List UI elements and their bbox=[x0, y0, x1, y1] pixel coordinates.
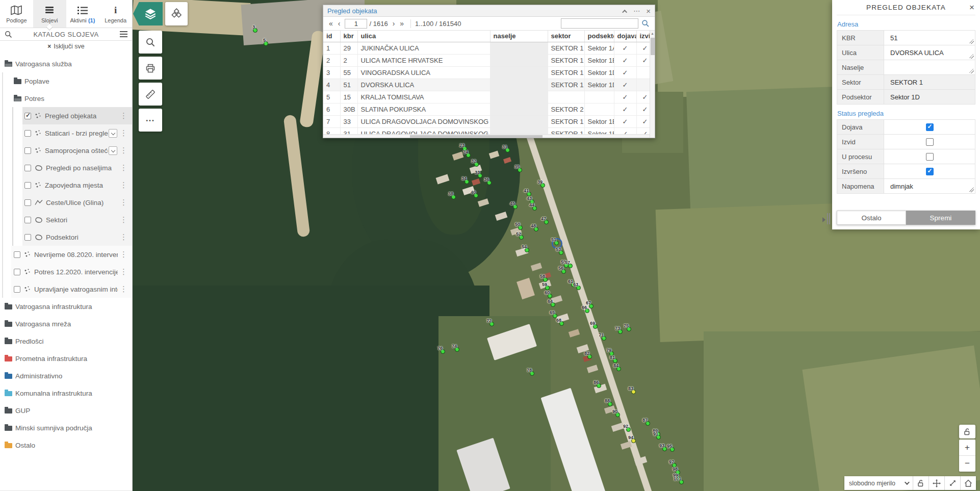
map-marker-31[interactable]: 31 bbox=[505, 148, 510, 152]
layer-item-administrativno[interactable]: Administrativno bbox=[0, 367, 132, 384]
layer-item-poplave[interactable]: Poplave bbox=[0, 72, 132, 90]
map-marker-40[interactable]: 40 bbox=[474, 193, 478, 198]
kebab-menu-icon[interactable]: ⋮ bbox=[118, 180, 127, 190]
layer-checkbox[interactable] bbox=[24, 147, 31, 154]
scroll-up-icon[interactable]: ▲ bbox=[650, 31, 655, 35]
layer-item-vatrogasna-infrastruktura[interactable]: Vatrogasna infrastruktura bbox=[0, 298, 132, 315]
scale-select[interactable]: slobodno mjerilo bbox=[844, 476, 913, 490]
tab-slojevi[interactable]: Slojevi bbox=[33, 0, 66, 28]
detail-panel-collapse-handle[interactable] bbox=[822, 213, 831, 226]
tab-podloge[interactable]: Podloge bbox=[0, 0, 33, 28]
map-marker-24[interactable]: 24 bbox=[466, 153, 471, 158]
column-header-sektor[interactable]: sektor bbox=[548, 31, 584, 42]
map-marker-36[interactable]: 36 bbox=[487, 180, 492, 185]
map-marker-51[interactable]: 51 bbox=[554, 241, 559, 245]
feature-table-titlebar[interactable]: Pregled objekata ⋯ × bbox=[323, 5, 655, 17]
checkbox[interactable] bbox=[926, 168, 934, 175]
kebab-menu-icon[interactable]: ⋮ bbox=[118, 163, 127, 172]
pan-mode-button[interactable] bbox=[929, 476, 944, 490]
map-marker-64[interactable]: 64 bbox=[551, 302, 555, 307]
scrollbar-thumb[interactable] bbox=[651, 38, 655, 55]
measure-button[interactable] bbox=[139, 83, 162, 106]
layer-item-podsektori[interactable]: Podsektori⋮ bbox=[0, 228, 132, 246]
close-icon[interactable]: × bbox=[646, 7, 651, 15]
layer-checkbox[interactable] bbox=[24, 217, 31, 223]
spremi-button[interactable]: Spremi bbox=[906, 211, 975, 225]
layer-item-potres[interactable]: Potres bbox=[0, 90, 132, 107]
full-extent-button[interactable] bbox=[944, 476, 960, 490]
map-marker-68[interactable]: 68 bbox=[559, 321, 564, 326]
map-marker-32[interactable]: 32 bbox=[474, 162, 479, 167]
layer-item-ceste-ulice-glina-[interactable]: Ceste/Ulice (Glina)⋮ bbox=[0, 194, 132, 211]
layer-item-zapovjedna-mjesta[interactable]: Zapovjedna mjesta⋮ bbox=[0, 176, 132, 194]
map-marker-95[interactable]: 95 bbox=[670, 447, 675, 452]
prev-page-button[interactable]: ‹ bbox=[336, 19, 343, 28]
map-marker-3[interactable]: 3 bbox=[253, 28, 257, 33]
scrollbar-thumb[interactable] bbox=[410, 135, 543, 138]
map-marker-76[interactable]: 76 bbox=[441, 349, 445, 354]
map-marker-86[interactable]: 86 bbox=[597, 383, 601, 388]
map-marker-88[interactable]: 88 bbox=[608, 402, 612, 406]
tab-aktivni[interactable]: Aktivni (1) bbox=[66, 0, 99, 28]
map-marker-73[interactable]: 73 bbox=[618, 329, 623, 334]
layer-item-staticari-brzi-pregled-ob[interactable]: Staticari - brzi pregled ob⋮ bbox=[0, 124, 132, 142]
exclude-all-button[interactable]: × Isključi sve bbox=[0, 41, 132, 52]
layer-item-predlo-ci[interactable]: Predlošci bbox=[0, 332, 132, 350]
layer-checkbox[interactable] bbox=[24, 182, 31, 189]
map-search-button[interactable] bbox=[139, 31, 162, 54]
map-marker-67[interactable]: 67 bbox=[589, 304, 594, 308]
layer-item-minski-sumnjiva-podru-ja[interactable]: Minski sumnjiva područja bbox=[0, 419, 132, 436]
map-marker-75[interactable]: 75 bbox=[627, 327, 631, 331]
map-marker-33[interactable]: 33 bbox=[478, 173, 482, 178]
search-icon[interactable] bbox=[5, 31, 12, 38]
print-button[interactable] bbox=[139, 57, 162, 80]
layer-item-samoprocjena-o-te-enja[interactable]: Samoprocjena oštećenja⋮ bbox=[0, 142, 132, 159]
close-icon[interactable]: × bbox=[969, 3, 974, 13]
map-marker-54[interactable]: 54 bbox=[525, 248, 529, 252]
column-header-id[interactable]: id bbox=[323, 31, 340, 42]
map-marker-52[interactable]: 52 bbox=[519, 235, 524, 240]
style-dropdown[interactable] bbox=[109, 146, 117, 155]
kebab-menu-icon[interactable]: ⋮ bbox=[118, 146, 127, 155]
layer-checkbox[interactable] bbox=[14, 286, 20, 293]
map-marker-81[interactable]: 81 bbox=[613, 358, 617, 363]
field-ulica-input[interactable]: DVORSKA ULICA bbox=[884, 45, 975, 60]
layer-checkbox[interactable] bbox=[24, 199, 31, 206]
kebab-menu-icon[interactable]: ⋮ bbox=[118, 285, 127, 294]
map-marker-66[interactable]: 66 bbox=[585, 308, 589, 313]
map-marker-87[interactable]: 87 bbox=[646, 421, 650, 426]
map-marker-90[interactable]: 90 bbox=[615, 412, 620, 417]
map-marker-71[interactable]: 71 bbox=[602, 336, 606, 341]
map-marker-53[interactable]: 53 bbox=[559, 250, 563, 255]
layer-checkbox[interactable] bbox=[24, 113, 31, 119]
kebab-menu-icon[interactable]: ⋮ bbox=[118, 111, 127, 120]
map-marker-92[interactable]: 92 bbox=[626, 427, 631, 432]
catalog-menu-icon[interactable] bbox=[120, 30, 127, 39]
map-marker-60[interactable]: 60 bbox=[548, 294, 552, 298]
map-marker-58[interactable]: 58 bbox=[543, 277, 548, 282]
field-naselje-input[interactable] bbox=[884, 60, 975, 75]
kebab-menu-icon[interactable]: ⋮ bbox=[118, 250, 127, 259]
column-header-naselje[interactable]: naselje bbox=[490, 31, 548, 42]
map-marker-38[interactable]: 38 bbox=[451, 195, 456, 199]
page-number-input[interactable] bbox=[345, 19, 367, 29]
map-marker-5[interactable]: 5 bbox=[264, 41, 268, 46]
layer-item-pregled-objekata[interactable]: Pregled objekata⋮ bbox=[0, 107, 132, 124]
table-row[interactable]: 129JUKINAČKA ULICASEKTOR 1Sektor 1A✓✓ bbox=[323, 42, 655, 54]
collapse-icon[interactable] bbox=[624, 8, 627, 14]
checkbox[interactable] bbox=[926, 153, 934, 161]
layer-item-nevrijeme-08-2020-intervencije[interactable]: Nevrijeme 08.2020. intervencije⋮ bbox=[0, 246, 132, 263]
layer-item-upravljanje-vatrogasnim-interve[interactable]: Upravljanje vatrogasnim interve⋮ bbox=[0, 280, 132, 298]
vertical-scrollbar[interactable]: ▲ bbox=[650, 31, 655, 138]
style-dropdown[interactable] bbox=[109, 129, 117, 138]
table-row[interactable]: 355VINOGRADSKA ULICASEKTOR 1Sektor 1D✓ bbox=[323, 66, 655, 79]
ostalo-button[interactable]: Ostalo bbox=[837, 211, 906, 225]
kebab-menu-icon[interactable]: ⋮ bbox=[118, 128, 127, 138]
kebab-menu-icon[interactable]: ⋮ bbox=[118, 232, 127, 242]
home-button[interactable] bbox=[960, 476, 976, 490]
layer-checkbox[interactable] bbox=[14, 251, 20, 258]
map-marker-94[interactable]: 94 bbox=[631, 438, 636, 443]
map-marker-35[interactable]: 35 bbox=[518, 168, 522, 172]
layer-item-vatrogasna-slu-ba[interactable]: Vatrogasna služba bbox=[0, 55, 132, 72]
layer-checkbox[interactable] bbox=[24, 130, 31, 137]
